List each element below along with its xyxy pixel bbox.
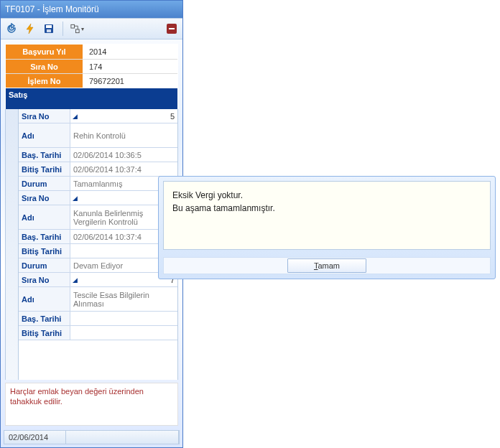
form-label: Başvuru Yıl [6,45,83,59]
grid-value [70,312,177,325]
grid-label: Sıra No [19,109,70,123]
lightning-icon [24,23,36,34]
grid[interactable]: Sıra No◢5AdıRehin KontrolüBaş. Tarihi02/… [19,109,177,380]
grid-row-bitis_tarihi[interactable]: Bitiş Tarihi [19,244,177,258]
svg-rect-6 [169,28,175,29]
form-label: Sıra No [6,60,83,73]
grid-row-bitis_tarihi[interactable]: Bitiş Tarihi [19,326,177,340]
sort-indicator-icon: ◢ [70,109,79,123]
titlebar: TF0107 - İşlem Monitörü [1,1,182,18]
close-panel-button[interactable] [164,21,180,37]
grid-label: Adı [19,123,70,147]
refresh-icon [6,23,17,34]
execute-button[interactable] [22,21,38,37]
form-value[interactable]: 2014 [83,45,177,59]
grid-row-adi[interactable]: AdıRehin Kontrolü [19,123,177,148]
form-row-basvuru-yil: Başvuru Yıl 2014 [6,45,177,59]
grid-label: Durum [19,258,70,272]
window-title: TF0107 - İşlem Monitörü [5,4,99,14]
grid-value: 02/06/2014 10:36:5 [70,148,177,162]
status-empty [66,431,179,444]
grid-row-sira_no[interactable]: Sıra No◢6 [19,191,177,205]
grid-row-bas_tarihi[interactable]: Baş. Tarihi02/06/2014 10:37:4 [19,230,177,244]
grid-row-durum[interactable]: DurumDevam Ediyor [19,258,177,273]
form-value[interactable]: 79672201 [83,74,177,88]
form-value[interactable]: 174 [83,60,177,73]
form-label: İşlem No [6,74,83,88]
sort-indicator-icon: ◢ [70,191,79,205]
svg-rect-2 [47,29,51,32]
section-header[interactable]: Satış [5,88,178,109]
main-window: TF0107 - İşlem Monitörü ▾ Başvuru Yıl 20… [0,0,183,448]
grid-label: Baş. Tarihi [19,148,70,162]
save-button[interactable] [41,21,57,37]
dialog-footer: Tamam [163,257,491,274]
grid-label: Bitiş Tarihi [19,326,70,340]
grid-value: 5 [79,109,177,123]
grid-row-adi[interactable]: AdıKanunla Belirlenmiş Vergilerin Kontro… [19,205,177,230]
grid-row-bas_tarihi[interactable]: Baş. Tarihi [19,312,177,326]
grid-value: Rehin Kontrolü [70,123,177,147]
grid-row-sira_no[interactable]: Sıra No◢5 [19,109,177,123]
form-row-islem-no: İşlem No 79672201 [6,73,177,88]
svg-rect-4 [75,29,79,33]
grid-value [70,326,177,340]
grid-row-adi[interactable]: AdıTescile Esas Bilgilerin Alınması [19,287,177,312]
grid-value: Tescile Esas Bilgilerin Alınması [70,287,177,311]
grid-row-sira_no[interactable]: Sıra No◢7 [19,273,177,287]
grid-row-bitis_tarihi[interactable]: Bitiş Tarihi02/06/2014 10:37:4 [19,162,177,177]
save-icon [43,23,55,34]
close-icon [167,24,177,34]
layout-button[interactable]: ▾ [69,21,85,37]
grid-row-bas_tarihi[interactable]: Baş. Tarihi02/06/2014 10:36:5 [19,148,177,162]
sort-indicator-icon: ◢ [70,273,79,286]
refresh-button[interactable] [4,21,19,37]
message-dialog: Eksik Vergi yoktur. Bu aşama tamamlanmış… [158,176,496,279]
form-row-sira-no: Sıra No 174 [6,59,177,73]
grid-label: Sıra No [19,273,70,286]
svg-rect-1 [46,25,52,28]
chevron-down-icon: ▾ [81,26,84,32]
toolbar-separator [62,22,63,36]
grid-label: Adı [19,287,70,311]
row-gutter [6,109,19,380]
grid-label: Bitiş Tarihi [19,162,70,176]
grid-label: Durum [19,177,70,190]
svg-rect-3 [71,24,75,28]
grid-label: Bitiş Tarihi [19,244,70,258]
footer-note: Harçlar emlak beyan değeri üzerinden tah… [5,383,178,426]
grid-label: Baş. Tarihi [19,312,70,325]
header-form: Başvuru Yıl 2014 Sıra No 174 İşlem No 79… [5,44,178,88]
ok-button[interactable]: Tamam [287,258,366,273]
toolbar: ▾ [1,18,182,39]
grid-label: Sıra No [19,191,70,205]
grid-label: Adı [19,205,70,229]
message-text: Eksik Vergi yoktur. Bu aşama tamamlanmış… [163,181,491,250]
status-date: 02/06/2014 [4,431,66,444]
grid-area: Sıra No◢5AdıRehin KontrolüBaş. Tarihi02/… [5,109,178,380]
grid-value: 02/06/2014 10:37:4 [70,162,177,176]
grid-row-durum[interactable]: DurumTamamlanmış [19,177,177,191]
layout-icon [70,23,80,34]
statusbar: 02/06/2014 [4,430,180,444]
grid-label: Baş. Tarihi [19,230,70,243]
